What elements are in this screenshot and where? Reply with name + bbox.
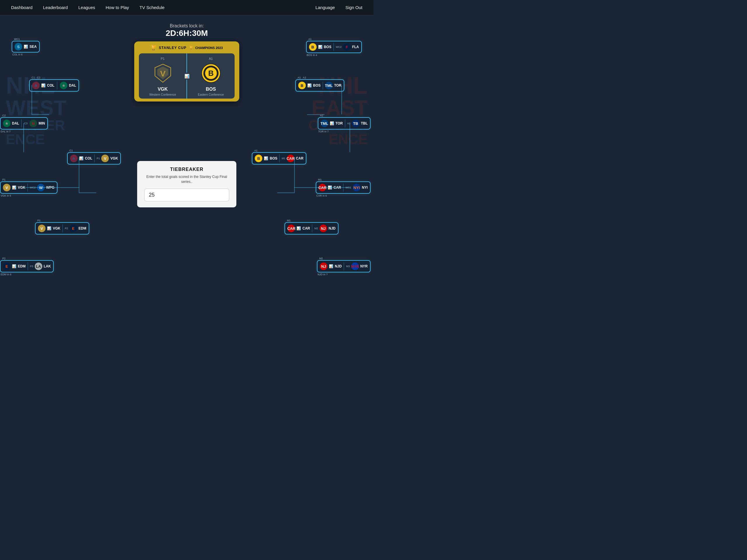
trophy-icon: 🏆 [151,45,156,50]
team-card-vgk-edm[interactable]: P1 V 📊 VGK P2 E EDM [35,222,89,235]
nav-sign-out[interactable]: Sign Out [340,0,368,15]
col3-abbr: COL [85,156,92,160]
dal-min-result: DAL in 7 [1,130,10,133]
bracket-lock-info: Brackets lock in: 2D:6H:30M [166,23,208,38]
tbl-logo: TB [352,119,360,127]
col-abbr: COL [47,83,54,87]
col-logo: A [32,82,40,89]
nyr-logo: NYR [351,263,359,270]
tbl-abbr: TBL [361,121,368,126]
team-card-bos-car-r2[interactable]: A1 B 📊 BOS M1 CAR CAR [252,152,306,164]
chart-icon-bos2[interactable]: 📊 [307,83,312,87]
team-card-bos-tor[interactable]: A1 A2 B 📊 BOS TML TOR [295,79,344,91]
nav-dashboard[interactable]: Dashboard [6,0,37,15]
chart-icon-car2[interactable]: 📊 [297,226,301,231]
njd-abbr: NJD [329,226,336,231]
bracket-area: NHL WEST CONFER ENCE NHL EAST CONFER ENC… [0,15,374,278]
chart-icon-col2[interactable]: 📊 [79,156,83,160]
nav-language[interactable]: Language [310,0,340,15]
tor-tbl-result: TOR in 7 [318,130,329,133]
lak-logo: LA [35,263,42,270]
team-card-tor-tbl[interactable]: A2 TML 📊 TOR A3 TB TBL TOR in 7 [318,117,370,130]
lock-label: Brackets lock in: [166,23,208,29]
edm-abbr: EDM [78,226,86,231]
trophy-icon2: 🏆 [189,46,193,49]
chart-icon-sea[interactable]: 📊 [24,45,28,49]
tiebreaker-description: Enter the total goals scored in the Stan… [144,175,229,184]
car-logo: CAR [287,155,294,162]
nav-leaderboard[interactable]: Leaderboard [37,0,73,15]
min-logo: N [29,119,37,127]
team-card-col-sea[interactable]: WC1 S 📊 SEA COL in 6 [12,41,40,53]
dal2-logo: ★ [3,119,10,127]
dal-abbr: DAL [69,83,76,87]
team-card-col-vgk-r2[interactable]: C1 A 📊 COL P1 V VGK [67,152,121,164]
team-card-col-dal[interactable]: C1 C2 A 📊 COL ★ DAL [29,79,79,91]
team-card-dal-min[interactable]: C2 ★ DAL C3 N MIN DAL in 7 [0,117,48,130]
vgk4-abbr: VGK [53,226,60,231]
tor-abbr: TOR [334,83,341,87]
njd2-logo: NJ [320,263,327,270]
champions-label: CHAMPIONS 2023 [195,46,223,50]
team-card-car-njd[interactable]: M1 CAR 📊 CAR M2 NJ NJD [284,222,338,235]
chart-icon-col[interactable]: 📊 [41,83,46,87]
edm-logo: E [70,224,77,232]
navigation: Dashboard Leaderboard Leagues How to Pla… [0,0,374,15]
bos4-abbr: BOS [269,156,277,160]
car-nyi-result: CAR in 6 [316,194,327,197]
countdown-timer: 2D:6H:30M [166,29,208,38]
sea-logo: S [15,43,22,50]
nav-leagues[interactable]: Leagues [73,0,100,15]
chart-icon-tor[interactable]: 📊 [330,121,334,126]
stanley-cup-final-card: 🏆 STANLEY CUP 🏆 CHAMPIONS 2023 P1 V VGK … [134,42,239,102]
bos-seed: A1 [209,57,213,60]
team-card-edm-lak[interactable]: P2 E 📊 EDM P3 LA LAK EDM in 6 [0,260,54,272]
edm2-logo: E [3,263,10,270]
bos-fla-result: BOS in 4 [307,54,317,57]
njd-logo: NJ [319,224,327,232]
final-team-vgk[interactable]: P1 V VGK Western Conference [139,53,186,99]
chart-icon-edm[interactable]: 📊 [12,264,16,268]
fla-abbr: FLA [352,45,359,49]
vgk-logo: V [151,61,175,85]
bos-abbr: BOS [206,87,216,92]
fla-logo: F [343,43,351,51]
chart-icon-vgk2[interactable]: 📊 [47,226,51,231]
bos2-logo: B [309,43,317,51]
min-abbr: MIN [38,121,45,126]
chart-icon-njd[interactable]: 📊 [329,264,333,268]
col3-logo: A [70,155,78,162]
edm-lak-result: EDM in 6 [1,273,11,276]
nyi-logo: NYI [353,184,360,191]
njd-nyr-result: NJD in ? [317,273,328,276]
car3-abbr: CAR [302,226,310,231]
vgk-conf: Western Conference [149,93,176,96]
njd2-abbr: NJD [335,264,342,268]
chart-icon-vgk[interactable]: 📊 [12,186,16,190]
chart-icon-bos[interactable]: 📊 [318,45,323,49]
team-card-njd-nyr[interactable]: M2 NJ 📊 NJD M3 NYR NYR NJD in ? [317,260,370,272]
car3-logo: CAR [287,224,295,232]
vgk4-logo: V [38,224,46,232]
col-sea-result: COL in 6 [12,53,23,56]
nav-how-to-play[interactable]: How to Play [100,0,134,15]
bos3-abbr: BOS [313,83,321,87]
sea-abbr: SEA [29,45,37,49]
bos-logo: B [199,61,223,85]
tor2-logo: TML [321,119,328,127]
dal2-abbr: DAL [12,121,19,126]
vgk-seed: P1 [161,57,164,60]
nyr-abbr: NYR [360,264,368,268]
final-team-bos[interactable]: A1 B BOS Eastern Conference [187,53,235,99]
chart-icon-bos3[interactable]: 📊 [264,156,268,160]
tiebreaker-input[interactable] [144,188,229,202]
bos3-logo: B [298,82,306,89]
vgk3-logo: V [3,184,10,191]
dal-logo: ★ [60,82,68,89]
nav-tv-schedule[interactable]: TV Schedule [134,0,170,15]
tiebreaker-card: TIEBREAKER Enter the total goals scored … [137,161,236,207]
vgk2-abbr: VGK [110,156,118,160]
vgk-abbr: VGK [158,87,168,92]
svg-text:V: V [160,69,165,78]
team-card-bos-fla[interactable]: A1 B 📊 BOS WC2 F FLA BOS in 4 [306,41,362,53]
